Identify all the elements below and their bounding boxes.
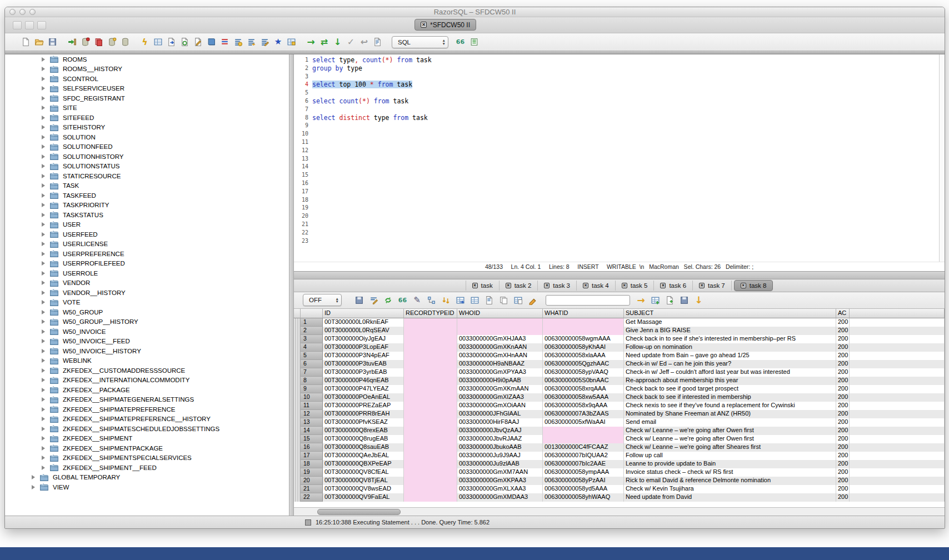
table-cell[interactable]: 00T3000000QAeJbEAL bbox=[323, 452, 404, 460]
disclosure-triangle-icon[interactable] bbox=[42, 213, 45, 217]
export-data-icon[interactable] bbox=[166, 37, 177, 47]
table-cell[interactable]: 00630000007bIQUAA2 bbox=[543, 452, 624, 460]
table-cell[interactable]: 00T3000000P3tuvEAB bbox=[323, 360, 404, 368]
table-cell[interactable]: 200 bbox=[836, 402, 850, 410]
row-grip[interactable] bbox=[294, 418, 301, 427]
editor-line[interactable]: 9 bbox=[294, 122, 939, 130]
tree-item-zkfedex-shipment[interactable]: ZKFEDEX__SHIPMENT bbox=[5, 434, 289, 444]
tree-item-task[interactable]: TASK bbox=[5, 181, 289, 191]
table-cell[interactable]: 200 bbox=[836, 352, 850, 360]
table-cell[interactable]: 00T3000000Q8rexEAB bbox=[323, 427, 404, 435]
column-header-id[interactable]: ID bbox=[323, 309, 404, 318]
disclosure-triangle-icon[interactable] bbox=[42, 358, 45, 363]
table-cell[interactable]: Invoice status check – check w/ RS first bbox=[624, 468, 836, 477]
table-cell[interactable] bbox=[543, 435, 624, 443]
table-cell[interactable]: 006300000058ympAAA bbox=[543, 468, 624, 477]
row-number[interactable]: 9 bbox=[301, 385, 323, 393]
editor-line[interactable]: 5 bbox=[294, 89, 939, 97]
table-cell[interactable]: 00T3000000QV9FaEAL bbox=[323, 493, 404, 502]
favorites-icon[interactable]: ★ bbox=[273, 37, 283, 47]
disclosure-triangle-icon[interactable] bbox=[42, 407, 45, 412]
row-number[interactable]: 13 bbox=[301, 418, 323, 427]
disclosure-triangle-icon[interactable] bbox=[42, 436, 45, 441]
tree-item-site[interactable]: SITE bbox=[5, 103, 289, 113]
tab-close-icon[interactable]: ✕ bbox=[699, 283, 705, 288]
vertical-splitter[interactable] bbox=[289, 54, 294, 516]
sql-mode-dropdown[interactable]: SQL ▲▼ bbox=[392, 36, 448, 48]
row-grip[interactable] bbox=[294, 360, 301, 368]
tab-strip-icon[interactable] bbox=[25, 21, 34, 29]
row-number[interactable]: 4 bbox=[301, 343, 323, 352]
tree-item-global-temporary[interactable]: GLOBAL TEMPORARY bbox=[5, 473, 289, 483]
editor-line[interactable]: 18 bbox=[294, 196, 939, 204]
table-cell[interactable]: Nominated by Shane Freeman at ANZ (HR50) bbox=[624, 410, 836, 418]
tree-item-userrole[interactable]: USERROLE bbox=[5, 268, 289, 278]
table-cell[interactable]: 200 bbox=[836, 427, 850, 435]
table-cell[interactable]: Check w/ Leanne – we're going after Owen… bbox=[624, 435, 836, 443]
tree-item-weblink[interactable]: WEBLINK bbox=[5, 356, 289, 366]
disclosure-triangle-icon[interactable] bbox=[32, 485, 35, 489]
query-builder-icon[interactable] bbox=[153, 37, 163, 47]
table-cell[interactable]: 00T3000000QV8CfEAL bbox=[323, 468, 404, 477]
rollback-undo-icon[interactable]: ↩ bbox=[359, 37, 369, 47]
table-cell[interactable]: 200 bbox=[836, 410, 850, 418]
tab-strip-icon[interactable] bbox=[13, 21, 22, 29]
tree-item-sitefeed[interactable]: SITEFEED bbox=[5, 113, 289, 123]
table-cell[interactable] bbox=[404, 493, 457, 502]
table-cell[interactable]: 006300000058xrqAAA bbox=[543, 385, 624, 393]
table-cell[interactable] bbox=[404, 360, 457, 368]
table-row[interactable]: 1600T3000000Q8sauEAB0033000000JbukoAAB00… bbox=[294, 443, 945, 452]
edit-page-icon[interactable] bbox=[193, 37, 203, 47]
column-header-ac[interactable]: AC bbox=[836, 309, 850, 318]
table-cell[interactable]: Check-in w/ Ed – can he join this year? bbox=[624, 360, 836, 368]
new-file-icon[interactable] bbox=[21, 37, 31, 47]
table-cell[interactable]: 00T3000000P3yrbEAB bbox=[323, 368, 404, 377]
editor-line[interactable]: 8select distinct type from task bbox=[294, 114, 939, 122]
view-page-icon[interactable] bbox=[484, 295, 495, 306]
table-cell[interactable] bbox=[404, 352, 457, 360]
edit-cell-icon[interactable]: ✎ bbox=[412, 295, 422, 306]
copy-results-icon[interactable] bbox=[498, 295, 509, 306]
table-row[interactable]: 900T3000000P47LYEAZ0033000000GmXKmAAN006… bbox=[294, 385, 945, 393]
table-cell[interactable]: Check back to see if interested in membe… bbox=[624, 393, 836, 402]
row-grip[interactable] bbox=[294, 468, 301, 477]
connect-icon[interactable] bbox=[67, 37, 77, 47]
table-cell[interactable] bbox=[404, 368, 457, 377]
row-number[interactable]: 11 bbox=[301, 402, 323, 410]
scrollbar-thumb[interactable] bbox=[317, 509, 401, 515]
table-cell[interactable] bbox=[404, 477, 457, 485]
result-tab-task-5[interactable]: ✕task 5 bbox=[616, 281, 655, 291]
grid-options-icon[interactable] bbox=[469, 295, 480, 306]
row-grip[interactable] bbox=[294, 393, 301, 402]
add-note-icon[interactable] bbox=[665, 295, 675, 306]
tree-item-solutionhistory[interactable]: SOLUTIONHISTORY bbox=[5, 152, 289, 162]
results-search-input[interactable] bbox=[546, 295, 630, 306]
table-cell[interactable] bbox=[404, 443, 457, 452]
run-all-icon[interactable]: ⇄ bbox=[319, 37, 329, 47]
table-row[interactable]: 200T3000000L0RqSEAVGive Jenn a BIG RAISE… bbox=[294, 327, 945, 335]
row-number[interactable]: 14 bbox=[301, 427, 323, 435]
table-cell[interactable] bbox=[404, 418, 457, 427]
table-cell[interactable]: 00T3000000L0RqSEAV bbox=[323, 327, 404, 335]
table-cell[interactable]: Rick to email David & reference Delmonte… bbox=[624, 477, 836, 485]
tree-item-taskfeed[interactable]: TASKFEED bbox=[5, 191, 289, 201]
table-row[interactable]: 1800T3000000QBXPeEAP0033000000Ju9zlAAB00… bbox=[294, 460, 945, 468]
table-cell[interactable] bbox=[404, 327, 457, 335]
disclosure-triangle-icon[interactable] bbox=[42, 135, 45, 139]
column-header-blank[interactable] bbox=[850, 309, 945, 318]
tree-item-rooms-history[interactable]: ROOMS__HISTORY bbox=[5, 64, 289, 74]
row-number[interactable]: 1 bbox=[301, 318, 323, 327]
table-cell[interactable]: 006300000058wgmAAA bbox=[543, 335, 624, 343]
highlight-pen-icon[interactable] bbox=[527, 295, 538, 306]
table-cell[interactable]: 0033000000GmXLXAA3 bbox=[457, 485, 543, 493]
row-number[interactable]: 3 bbox=[301, 335, 323, 343]
table-cell[interactable] bbox=[404, 485, 457, 493]
tree-item-taskpriority[interactable]: TASKPRIORITY bbox=[5, 201, 289, 211]
tree-item-selfserviceuser[interactable]: SELFSERVICEUSER bbox=[5, 84, 289, 94]
disclosure-triangle-icon[interactable] bbox=[42, 154, 45, 159]
row-grip[interactable] bbox=[294, 368, 301, 377]
tree-item-vendor[interactable]: VENDOR bbox=[5, 278, 289, 288]
table-cell[interactable]: 00T3000000Q8rugEAB bbox=[323, 435, 404, 443]
row-number[interactable]: 7 bbox=[301, 368, 323, 377]
schema-browser-icon[interactable] bbox=[206, 37, 217, 47]
